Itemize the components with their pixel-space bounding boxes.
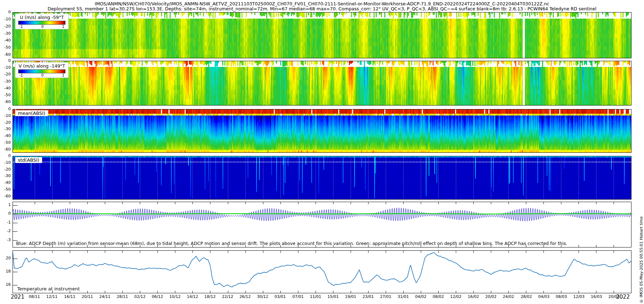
x-tick-mark: [526, 251, 526, 253]
x-tick-mark: [421, 202, 421, 204]
y-tick-label: -20: [0, 72, 11, 76]
x-tick-mark: [543, 291, 544, 293]
x-tick-mark: [579, 291, 579, 293]
panel-temperature: Temperature at instrument: [13, 250, 631, 293]
x-tick-mark: [140, 202, 140, 204]
x-tick-mark: [473, 202, 474, 204]
x-tick-mark: [386, 291, 386, 293]
x-axis-year-end: 2022: [616, 294, 630, 300]
figure-title-filename: IMOS/ANMN/NSW/CH070/Velocity/IMOS_ANMN-N…: [0, 1, 644, 6]
x-tick-mark: [263, 202, 263, 204]
panel-u-velocity: U (m/s) along -59°T -101: [13, 12, 631, 58]
x-tick-mark: [491, 202, 491, 204]
temperature-label: Temperature at instrument: [17, 286, 80, 291]
x-tick-mark: [614, 291, 614, 293]
x-tick-mark: [245, 251, 246, 253]
x-tick-mark: [175, 291, 175, 293]
x-tick-mark: [175, 251, 175, 253]
panel-v-velocity: V (m/s) along -149°T -101: [13, 61, 631, 106]
x-tick-mark: [403, 202, 404, 204]
x-tick-mark: [526, 202, 526, 204]
y-tick-label: -10: [0, 161, 11, 165]
y-tick-label: -40: [0, 86, 11, 90]
x-tick-mark: [316, 291, 316, 293]
panel-depth-variation: Blue: ADCP Depth (m) variation from sens…: [13, 202, 631, 247]
x-tick-mark: [298, 202, 298, 204]
y-tick-label: 1: [0, 203, 11, 207]
x-tick-mark: [280, 291, 281, 293]
x-tick-mark: [491, 251, 491, 253]
adcp-figure: IMOS/ANMN/NSW/CH070/Velocity/IMOS_ANMN-N…: [0, 0, 644, 304]
x-tick-mark: [157, 291, 158, 293]
x-tick-mark: [579, 251, 579, 253]
x-tick-mark: [210, 202, 210, 204]
x-tick-mark: [280, 202, 281, 204]
colorbar-tick-label: -1: [19, 25, 23, 29]
x-tick-mark: [596, 291, 596, 293]
v-colorbar-legend: V (m/s) along -149°T -101: [15, 62, 69, 78]
y-tick-label: 0: [0, 211, 11, 215]
x-tick-mark: [192, 251, 193, 253]
x-tick-mark: [491, 291, 491, 293]
x-tick-mark: [333, 251, 333, 253]
x-tick-mark: [579, 202, 579, 204]
y-tick-label: -20: [0, 167, 11, 171]
x-tick-mark: [228, 202, 228, 204]
x-tick-mark: [87, 251, 88, 253]
x-tick-mark: [351, 291, 351, 293]
x-tick-mark: [579, 245, 579, 247]
std-absi-dotted-reference-line: [13, 162, 631, 162]
colorbar-tick-label: -1: [19, 73, 23, 77]
u-legend-label: U (m/s) along -59°T: [16, 15, 67, 20]
x-tick-mark: [210, 251, 210, 253]
x-tick-mark: [508, 251, 509, 253]
y-tick-label: -30: [0, 127, 11, 131]
x-tick-mark: [52, 251, 53, 253]
y-tick-label: -10: [0, 114, 11, 118]
mean-absi-label: mean(ABSI): [15, 110, 48, 116]
x-tick-mark: [561, 291, 561, 293]
x-tick-mark: [508, 202, 509, 204]
x-tick-mark: [614, 245, 614, 247]
x-tick-mark: [157, 202, 158, 204]
y-tick-label: 18: [0, 269, 11, 273]
y-tick-mark: [13, 205, 18, 206]
x-tick-mark: [351, 251, 351, 253]
x-tick-mark: [543, 251, 544, 253]
y-tick-label: 0: [0, 154, 11, 158]
y-tick-label: -50: [0, 93, 11, 97]
x-tick-mark: [192, 202, 193, 204]
x-tick-mark: [140, 291, 140, 293]
x-tick-mark: [52, 202, 53, 204]
x-tick-mark: [456, 202, 456, 204]
y-tick-label: 16: [0, 283, 11, 286]
x-tick-mark: [473, 291, 474, 293]
x-tick-mark: [386, 251, 386, 253]
x-tick-mark: [316, 202, 316, 204]
depth-variation-annotation: Blue: ADCP Depth (m) variation from sens…: [16, 241, 567, 246]
panel-mean-absi: mean(ABSI): [13, 109, 631, 153]
y-tick-label: -10: [0, 17, 11, 21]
colorbar-tick-label: 0: [42, 73, 44, 77]
y-tick-label: -3: [0, 238, 11, 242]
x-tick-mark: [192, 291, 193, 293]
y-tick-label: -60: [0, 100, 11, 104]
x-tick-mark: [508, 291, 509, 293]
x-tick-mark: [157, 251, 158, 253]
y-tick-label: -30: [0, 31, 11, 35]
u-colorbar-legend: U (m/s) along -59°T -101: [15, 14, 69, 29]
x-tick-mark: [333, 202, 333, 204]
imos-copyright-vertical: © IMOS 05-May-2025 00:55:01 Hobart time: [639, 216, 644, 303]
x-tick-mark: [298, 251, 298, 253]
x-tick-mark: [596, 202, 596, 204]
y-tick-label: 0: [0, 107, 11, 111]
std-absi-label: std(ABSI): [15, 157, 42, 163]
x-tick-mark: [122, 202, 123, 204]
x-tick-mark: [473, 251, 474, 253]
x-tick-mark: [210, 291, 210, 293]
y-tick-label: -2: [0, 229, 11, 233]
u-colorbar-ticks: -101: [16, 25, 67, 29]
x-tick-mark: [368, 202, 369, 204]
x-tick-mark: [561, 202, 561, 204]
x-tick-mark: [87, 291, 88, 293]
